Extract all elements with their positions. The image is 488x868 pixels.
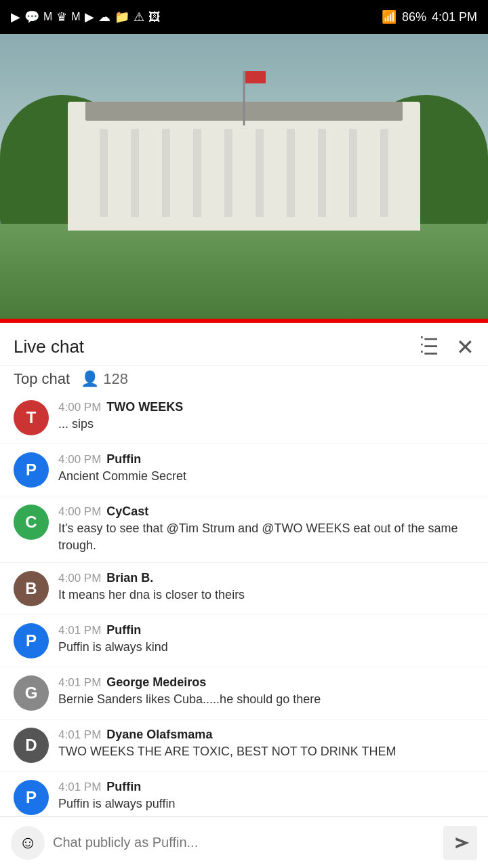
message-content: 4:01 PMPuffinPuffin is always puffin (58, 780, 474, 812)
message-content: 4:00 PMBrian B.It means her dna is close… (58, 571, 474, 604)
wifi-icon: 📶 (382, 9, 396, 24)
status-bar: ▶ 💬 M ♛ M ▶ ☁ 📁 ⚠ 🖼 📶 86% 4:01 PM (0, 0, 488, 34)
avatar: D (14, 728, 49, 763)
avatar: P (14, 452, 49, 488)
battery-label: 86% (402, 10, 426, 24)
message-text: It's easy to see that @Tim Strum and @TW… (58, 520, 474, 554)
message-author: Brian B. (106, 571, 153, 585)
avatar: B (14, 571, 49, 606)
folder-icon: 📁 (115, 9, 129, 24)
live-chat-title: Live chat (14, 336, 84, 357)
top-chat-row: Top chat 👤 128 (0, 366, 488, 392)
message-time: 4:01 PM (58, 728, 101, 742)
chat-message: P4:01 PMPuffinPuffin is always puffin (0, 772, 488, 815)
message-text: TWO WEEKS THE ARE TOXIC, BEST NOT TO DRI… (58, 743, 474, 760)
avatar: G (14, 675, 49, 711)
clock: 4:01 PM (432, 10, 477, 24)
message-content: 4:01 PMGeorge MedeirosBernie Sanders lik… (58, 675, 474, 708)
avatar: C (14, 505, 49, 540)
close-icon[interactable]: ✕ (456, 334, 474, 360)
person-icon: 👤 (81, 370, 99, 388)
chat-icon: 💬 (24, 9, 39, 24)
message-time: 4:00 PM (58, 572, 101, 585)
image-icon: 🖼 (148, 10, 161, 24)
viewer-count: 👤 128 (81, 370, 128, 388)
message-text: It means her dna is closer to theirs (58, 587, 474, 604)
message-text: Puffin is always puffin (58, 795, 474, 812)
warning-icon: ⚠ (134, 9, 144, 24)
chat-message: D4:01 PMDyane OlafsmamaTWO WEEKS THE ARE… (0, 719, 488, 772)
m-icon: M (43, 11, 52, 23)
chat-message: C4:00 PMCyCastIt's easy to see that @Tim… (0, 496, 488, 563)
send-button[interactable] (443, 826, 477, 860)
play-icon: ▶ (11, 9, 20, 24)
message-time: 4:00 PM (58, 505, 101, 519)
chat-message: G4:01 PMGeorge MedeirosBernie Sanders li… (0, 667, 488, 719)
message-time: 4:01 PM (58, 676, 101, 690)
chat-message: P4:00 PMPuffinAncient Commie Secret (0, 444, 488, 496)
chat-input-bar: ☺ (0, 816, 488, 868)
chat-messages: T4:00 PMTWO WEEKS... sipsP4:00 PMPuffinA… (0, 392, 488, 815)
notification-icons: ▶ 💬 M ♛ M ▶ ☁ 📁 ⚠ 🖼 (11, 9, 161, 24)
crown-icon: ♛ (56, 9, 67, 24)
message-time: 4:00 PM (58, 453, 101, 467)
message-text: Ancient Commie Secret (58, 468, 474, 485)
message-time: 4:01 PM (58, 624, 101, 637)
m2-icon: M (71, 11, 80, 23)
message-author: TWO WEEKS (106, 400, 183, 414)
video-player[interactable] (0, 34, 488, 319)
message-author: Dyane Olafsmama (106, 728, 212, 742)
message-time: 4:01 PM (58, 781, 101, 794)
message-author: Puffin (106, 452, 141, 467)
youtube-icon: ▶ (85, 9, 94, 24)
message-text: Bernie Sanders likes Cuba.....he should … (58, 691, 474, 708)
emoji-button[interactable]: ☺ (11, 826, 45, 860)
chat-message: P4:01 PMPuffinPuffin is always kind (0, 615, 488, 667)
avatar: P (14, 623, 49, 658)
message-author: George Medeiros (106, 675, 206, 690)
filter-icon[interactable] (418, 334, 440, 360)
message-text: Puffin is always kind (58, 639, 474, 656)
header-controls: ✕ (418, 334, 474, 360)
emoji-icon: ☺ (19, 832, 37, 853)
message-content: 4:00 PMCyCastIt's easy to see that @Tim … (58, 505, 474, 554)
message-content: 4:00 PMTWO WEEKS... sips (58, 400, 474, 433)
message-author: CyCast (106, 505, 148, 519)
viewer-number: 128 (103, 370, 128, 388)
message-content: 4:01 PMPuffinPuffin is always kind (58, 623, 474, 656)
avatar: P (14, 780, 49, 815)
cloud-icon: ☁ (98, 9, 110, 24)
top-chat-label: Top chat (14, 370, 70, 388)
chat-message: B4:00 PMBrian B.It means her dna is clos… (0, 563, 488, 615)
message-author: Puffin (106, 780, 141, 794)
chat-message: T4:00 PMTWO WEEKS... sips (0, 392, 488, 444)
message-content: 4:01 PMDyane OlafsmamaTWO WEEKS THE ARE … (58, 728, 474, 760)
chat-input[interactable] (53, 835, 435, 850)
message-text: ... sips (58, 416, 474, 433)
avatar: T (14, 400, 49, 435)
live-chat-header: Live chat ✕ (0, 323, 488, 366)
message-time: 4:00 PM (58, 401, 101, 414)
message-author: Puffin (106, 623, 141, 637)
message-content: 4:00 PMPuffinAncient Commie Secret (58, 452, 474, 485)
status-right: 📶 86% 4:01 PM (382, 9, 477, 24)
